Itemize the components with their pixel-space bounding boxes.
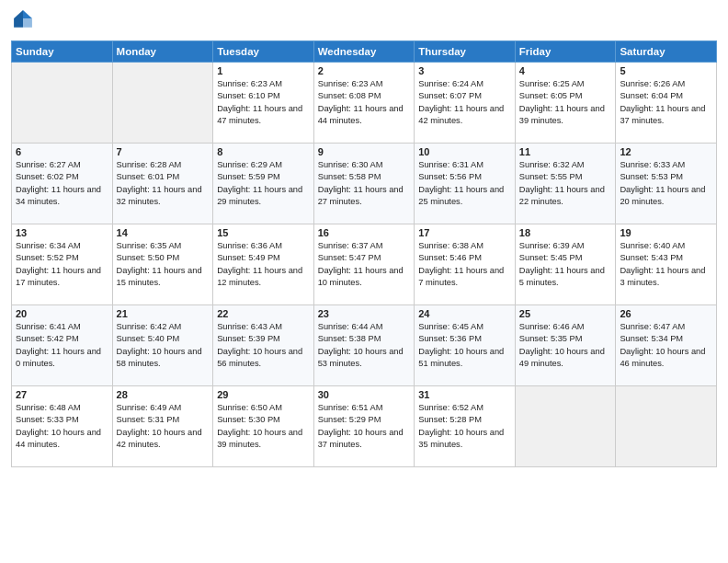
calendar-cell: 5Sunrise: 6:26 AM Sunset: 6:04 PM Daylig… [616, 63, 717, 144]
day-info: Sunrise: 6:35 AM Sunset: 5:50 PM Dayligh… [117, 240, 210, 290]
day-info: Sunrise: 6:23 AM Sunset: 6:10 PM Dayligh… [217, 78, 310, 128]
calendar-cell: 6Sunrise: 6:27 AM Sunset: 6:02 PM Daylig… [12, 144, 113, 224]
calendar-cell: 3Sunrise: 6:24 AM Sunset: 6:07 PM Daylig… [415, 63, 516, 144]
weekday-header-monday: Monday [112, 41, 213, 63]
day-info: Sunrise: 6:43 AM Sunset: 5:39 PM Dayligh… [217, 321, 310, 371]
day-info: Sunrise: 6:25 AM Sunset: 6:05 PM Dayligh… [519, 78, 612, 128]
day-number: 17 [418, 227, 511, 238]
day-info: Sunrise: 6:24 AM Sunset: 6:07 PM Dayligh… [418, 78, 511, 128]
day-info: Sunrise: 6:30 AM Sunset: 5:58 PM Dayligh… [318, 159, 411, 209]
day-info: Sunrise: 6:52 AM Sunset: 5:28 PM Dayligh… [418, 402, 511, 452]
calendar-cell [12, 63, 113, 144]
day-number: 1 [217, 65, 310, 76]
day-info: Sunrise: 6:51 AM Sunset: 5:29 PM Dayligh… [318, 402, 411, 452]
day-info: Sunrise: 6:50 AM Sunset: 5:30 PM Dayligh… [217, 402, 310, 452]
calendar-cell: 20Sunrise: 6:41 AM Sunset: 5:42 PM Dayli… [12, 305, 113, 386]
calendar-cell: 27Sunrise: 6:48 AM Sunset: 5:33 PM Dayli… [12, 386, 113, 467]
day-number: 9 [318, 146, 411, 157]
day-info: Sunrise: 6:46 AM Sunset: 5:35 PM Dayligh… [519, 321, 612, 371]
calendar-cell: 16Sunrise: 6:37 AM Sunset: 5:47 PM Dayli… [313, 224, 415, 305]
calendar-cell: 25Sunrise: 6:46 AM Sunset: 5:35 PM Dayli… [515, 305, 616, 386]
calendar-cell: 28Sunrise: 6:49 AM Sunset: 5:31 PM Dayli… [112, 386, 213, 467]
calendar-cell: 9Sunrise: 6:30 AM Sunset: 5:58 PM Daylig… [313, 144, 415, 224]
calendar-cell: 8Sunrise: 6:29 AM Sunset: 5:59 PM Daylig… [213, 144, 314, 224]
weekday-header-wednesday: Wednesday [313, 41, 415, 63]
day-info: Sunrise: 6:29 AM Sunset: 5:59 PM Dayligh… [217, 159, 310, 209]
day-number: 29 [217, 389, 310, 400]
day-number: 23 [318, 308, 411, 319]
calendar-cell [616, 386, 717, 467]
day-number: 24 [418, 308, 511, 319]
calendar-cell: 19Sunrise: 6:40 AM Sunset: 5:43 PM Dayli… [616, 224, 717, 305]
calendar-cell: 29Sunrise: 6:50 AM Sunset: 5:30 PM Dayli… [213, 386, 314, 467]
day-info: Sunrise: 6:44 AM Sunset: 5:38 PM Dayligh… [318, 321, 411, 371]
calendar-cell: 2Sunrise: 6:23 AM Sunset: 6:08 PM Daylig… [313, 63, 415, 144]
day-number: 15 [217, 227, 310, 238]
day-number: 6 [16, 146, 108, 157]
day-info: Sunrise: 6:37 AM Sunset: 5:47 PM Dayligh… [318, 240, 411, 290]
day-number: 26 [620, 308, 712, 319]
day-info: Sunrise: 6:31 AM Sunset: 5:56 PM Dayligh… [418, 159, 511, 209]
calendar-cell: 11Sunrise: 6:32 AM Sunset: 5:55 PM Dayli… [515, 144, 616, 224]
weekday-header-thursday: Thursday [415, 41, 516, 63]
day-number: 3 [418, 65, 511, 76]
svg-marker-0 [23, 10, 32, 18]
calendar-cell: 15Sunrise: 6:36 AM Sunset: 5:49 PM Dayli… [213, 224, 314, 305]
calendar-cell: 7Sunrise: 6:28 AM Sunset: 6:01 PM Daylig… [112, 144, 213, 224]
day-number: 27 [16, 389, 108, 400]
calendar-cell: 1Sunrise: 6:23 AM Sunset: 6:10 PM Daylig… [213, 63, 314, 144]
calendar-cell: 18Sunrise: 6:39 AM Sunset: 5:45 PM Dayli… [515, 224, 616, 305]
weekday-header-saturday: Saturday [616, 41, 717, 63]
day-number: 4 [519, 65, 612, 76]
day-info: Sunrise: 6:42 AM Sunset: 5:40 PM Dayligh… [117, 321, 210, 371]
day-info: Sunrise: 6:48 AM Sunset: 5:33 PM Dayligh… [16, 402, 108, 452]
calendar-cell: 23Sunrise: 6:44 AM Sunset: 5:38 PM Dayli… [313, 305, 415, 386]
calendar-cell: 13Sunrise: 6:34 AM Sunset: 5:52 PM Dayli… [12, 224, 113, 305]
weekday-header-friday: Friday [515, 41, 616, 63]
day-info: Sunrise: 6:26 AM Sunset: 6:04 PM Dayligh… [620, 78, 712, 128]
svg-marker-1 [23, 18, 32, 28]
calendar-cell: 26Sunrise: 6:47 AM Sunset: 5:34 PM Dayli… [616, 305, 717, 386]
weekday-header-sunday: Sunday [12, 41, 113, 63]
day-info: Sunrise: 6:33 AM Sunset: 5:53 PM Dayligh… [620, 159, 712, 209]
svg-marker-2 [14, 10, 23, 28]
day-info: Sunrise: 6:36 AM Sunset: 5:49 PM Dayligh… [217, 240, 310, 290]
day-number: 28 [117, 389, 210, 400]
day-number: 7 [117, 146, 210, 157]
day-number: 12 [620, 146, 712, 157]
day-number: 5 [620, 65, 712, 76]
day-number: 14 [117, 227, 210, 238]
calendar-cell [112, 63, 213, 144]
calendar-cell: 12Sunrise: 6:33 AM Sunset: 5:53 PM Dayli… [616, 144, 717, 224]
day-info: Sunrise: 6:32 AM Sunset: 5:55 PM Dayligh… [519, 159, 612, 209]
day-number: 11 [519, 146, 612, 157]
logo [11, 9, 33, 33]
day-number: 16 [318, 227, 411, 238]
day-number: 18 [519, 227, 612, 238]
day-info: Sunrise: 6:49 AM Sunset: 5:31 PM Dayligh… [117, 402, 210, 452]
calendar-cell: 30Sunrise: 6:51 AM Sunset: 5:29 PM Dayli… [313, 386, 415, 467]
day-number: 13 [16, 227, 108, 238]
day-info: Sunrise: 6:39 AM Sunset: 5:45 PM Dayligh… [519, 240, 612, 290]
calendar-cell: 22Sunrise: 6:43 AM Sunset: 5:39 PM Dayli… [213, 305, 314, 386]
day-number: 30 [318, 389, 411, 400]
day-number: 19 [620, 227, 712, 238]
calendar-cell: 24Sunrise: 6:45 AM Sunset: 5:36 PM Dayli… [415, 305, 516, 386]
day-info: Sunrise: 6:27 AM Sunset: 6:02 PM Dayligh… [16, 159, 108, 209]
day-info: Sunrise: 6:38 AM Sunset: 5:46 PM Dayligh… [418, 240, 511, 290]
calendar-cell: 10Sunrise: 6:31 AM Sunset: 5:56 PM Dayli… [415, 144, 516, 224]
day-info: Sunrise: 6:40 AM Sunset: 5:43 PM Dayligh… [620, 240, 712, 290]
day-number: 10 [418, 146, 511, 157]
day-number: 21 [117, 308, 210, 319]
day-info: Sunrise: 6:45 AM Sunset: 5:36 PM Dayligh… [418, 321, 511, 371]
calendar-cell [515, 386, 616, 467]
day-number: 25 [519, 308, 612, 319]
day-number: 20 [16, 308, 108, 319]
day-info: Sunrise: 6:23 AM Sunset: 6:08 PM Dayligh… [318, 78, 411, 128]
day-info: Sunrise: 6:28 AM Sunset: 6:01 PM Dayligh… [117, 159, 210, 209]
logo-icon [13, 9, 33, 29]
day-number: 8 [217, 146, 310, 157]
calendar-cell: 4Sunrise: 6:25 AM Sunset: 6:05 PM Daylig… [515, 63, 616, 144]
calendar-cell: 21Sunrise: 6:42 AM Sunset: 5:40 PM Dayli… [112, 305, 213, 386]
weekday-header-tuesday: Tuesday [213, 41, 314, 63]
